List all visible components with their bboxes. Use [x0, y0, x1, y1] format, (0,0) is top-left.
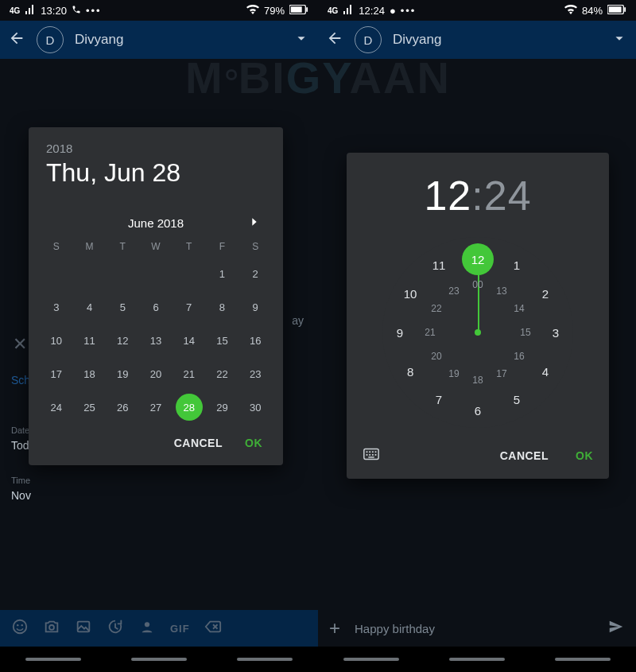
- clock-hour-inner[interactable]: 15: [515, 322, 536, 343]
- clock-hour-outer[interactable]: 9: [390, 322, 410, 343]
- avatar[interactable]: D: [355, 26, 382, 53]
- clock-hour-inner[interactable]: 17: [491, 363, 512, 384]
- clock-hour-outer[interactable]: [467, 244, 488, 265]
- date-picker-date[interactable]: Thu, Jun 28: [46, 158, 266, 188]
- camera-icon[interactable]: [43, 618, 60, 639]
- calendar-day[interactable]: 4: [73, 295, 107, 319]
- calendar-day[interactable]: 24: [40, 395, 73, 419]
- nav-bar: [318, 647, 636, 672]
- ok-button[interactable]: OK: [245, 437, 262, 449]
- clock-hour-outer[interactable]: 6: [467, 400, 488, 421]
- clock-hour-outer[interactable]: 8: [400, 361, 421, 382]
- contact-icon[interactable]: [138, 618, 156, 639]
- svg-rect-20: [375, 454, 377, 456]
- calendar-day[interactable]: 14: [173, 328, 206, 352]
- calendar-day[interactable]: 19: [106, 362, 139, 386]
- chevron-down-icon[interactable]: [611, 29, 628, 50]
- wifi-icon: [564, 5, 577, 17]
- compose-input[interactable]: Happy birthday: [355, 622, 593, 635]
- clock-hour-outer[interactable]: 4: [535, 361, 556, 382]
- contact-name: Divyang: [393, 32, 599, 48]
- gallery-icon[interactable]: [75, 618, 92, 639]
- clock-hour-outer[interactable]: 1: [506, 254, 527, 275]
- cancel-button[interactable]: CANCEL: [500, 449, 549, 462]
- backspace-icon[interactable]: [204, 618, 222, 639]
- calendar-day[interactable]: 7: [173, 295, 206, 319]
- calendar-day[interactable]: 21: [173, 362, 206, 386]
- calendar-day[interactable]: 1: [206, 262, 239, 286]
- calendar-day[interactable]: 3: [40, 295, 73, 319]
- calendar-day[interactable]: 17: [40, 362, 73, 386]
- status-bar: 4G 12:24 ● ••• 84%: [318, 0, 636, 21]
- back-icon[interactable]: [8, 29, 25, 50]
- clock-hour-inner[interactable]: 23: [444, 281, 464, 301]
- calendar-day[interactable]: 15: [206, 328, 239, 352]
- calendar-day[interactable]: 23: [238, 362, 272, 386]
- emoji-icon[interactable]: [11, 618, 29, 639]
- battery-icon: [607, 5, 626, 17]
- signal-icon: [343, 5, 354, 17]
- app-bar: D Divyang: [318, 21, 636, 59]
- svg-rect-2: [306, 7, 308, 12]
- clock-hour-inner[interactable]: 20: [426, 346, 447, 367]
- svg-point-4: [17, 624, 18, 626]
- bg-time-value: Nov: [11, 489, 31, 502]
- chevron-down-icon[interactable]: [293, 29, 310, 50]
- battery-percent: 79%: [264, 5, 285, 17]
- cancel-button[interactable]: CANCEL: [174, 437, 223, 449]
- calendar-day[interactable]: 8: [206, 295, 239, 319]
- clock-hour-outer[interactable]: 5: [506, 390, 527, 410]
- nav-recents[interactable]: [343, 658, 399, 661]
- calendar-grid: SMTWTFS123456789101112131415161718192021…: [29, 238, 283, 425]
- next-month-icon[interactable]: [248, 216, 261, 231]
- clock-hour-inner[interactable]: 21: [420, 322, 440, 343]
- calendar-day[interactable]: 30: [238, 395, 272, 419]
- clock-hour-inner[interactable]: 18: [467, 370, 488, 390]
- back-icon[interactable]: [326, 29, 343, 50]
- keyboard-icon[interactable]: [363, 445, 380, 466]
- time-minutes[interactable]: 24: [484, 173, 532, 219]
- calendar-day[interactable]: 16: [238, 328, 272, 352]
- ok-button[interactable]: OK: [576, 449, 593, 462]
- add-icon[interactable]: +: [329, 617, 340, 639]
- calendar-day[interactable]: 25: [73, 395, 107, 419]
- clock-face[interactable]: 12 1234567891011001314151617181920212223: [382, 237, 573, 428]
- calendar-day[interactable]: 12: [106, 328, 139, 352]
- calendar-day[interactable]: 2: [238, 262, 272, 286]
- nav-back[interactable]: [237, 658, 293, 661]
- clock-hour-outer[interactable]: 3: [545, 322, 566, 343]
- svg-point-5: [21, 624, 23, 626]
- calendar-day[interactable]: 9: [238, 295, 272, 319]
- calendar-day[interactable]: 20: [139, 362, 173, 386]
- avatar[interactable]: D: [37, 26, 64, 53]
- calendar-day[interactable]: 13: [139, 328, 173, 352]
- calendar-day[interactable]: 6: [139, 295, 173, 319]
- calendar-day[interactable]: 5: [106, 295, 139, 319]
- clock-hour-inner[interactable]: 00: [467, 274, 488, 295]
- clock-hour-outer[interactable]: 10: [400, 283, 421, 304]
- calendar-day[interactable]: 11: [73, 328, 107, 352]
- calendar-day[interactable]: 29: [206, 395, 239, 419]
- calendar-day[interactable]: 10: [40, 328, 73, 352]
- nav-back[interactable]: [555, 658, 611, 661]
- clock-hour-outer[interactable]: 7: [429, 390, 449, 410]
- calendar-day[interactable]: 27: [139, 395, 173, 419]
- nav-home[interactable]: [449, 658, 505, 661]
- time-hours[interactable]: 12: [424, 173, 471, 219]
- clock-hour-outer[interactable]: 2: [535, 283, 556, 304]
- send-icon[interactable]: [607, 618, 625, 639]
- clock-hour-outer[interactable]: 11: [429, 254, 449, 275]
- history-icon[interactable]: [107, 618, 124, 639]
- date-picker-year[interactable]: 2018: [46, 142, 266, 155]
- gif-icon[interactable]: GIF: [170, 623, 190, 635]
- dow-label: S: [40, 241, 73, 252]
- close-icon[interactable]: ✕: [13, 334, 27, 355]
- calendar-day[interactable]: 18: [73, 362, 107, 386]
- calendar-day[interactable]: 22: [206, 362, 239, 386]
- calendar-day[interactable]: 26: [106, 395, 139, 419]
- nav-home[interactable]: [131, 658, 187, 661]
- app-bar: D Divyang: [0, 21, 318, 59]
- clock-hour-inner[interactable]: 14: [509, 298, 529, 319]
- calendar-day[interactable]: 28: [176, 394, 203, 421]
- nav-recents[interactable]: [25, 658, 81, 661]
